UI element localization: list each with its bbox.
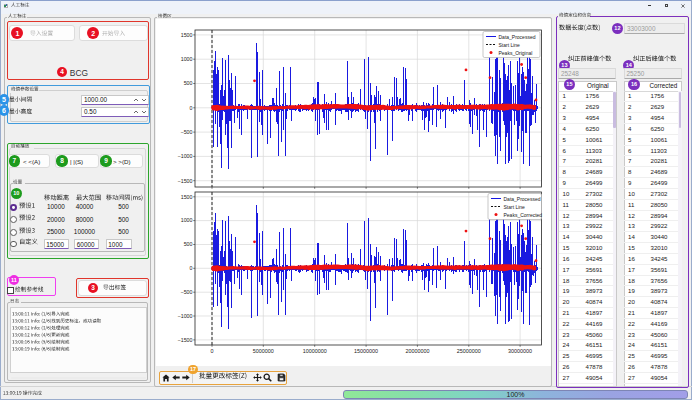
svg-text:0: 0 [190,105,193,111]
svg-text:25000000: 25000000 [457,348,481,354]
svg-text:−1500: −1500 [178,337,193,343]
svg-text:1000: 1000 [181,56,193,62]
svg-text:Start Line: Start Line [499,42,521,48]
svg-text:15000000: 15000000 [354,348,378,354]
svg-text:Peaks_Corrected: Peaks_Corrected [504,212,543,218]
svg-text:−500: −500 [181,289,193,295]
svg-text:−500: −500 [181,129,193,135]
svg-text:0: 0 [211,348,214,354]
svg-text:Peaks_Original: Peaks_Original [499,50,533,56]
svg-text:500: 500 [184,80,193,86]
svg-text:1500: 1500 [181,194,193,200]
svg-text:Data_Processed: Data_Processed [499,34,536,40]
svg-text:−1000: −1000 [178,313,193,319]
svg-text:1000: 1000 [181,217,193,223]
svg-text:1500: 1500 [181,32,193,38]
svg-text:0: 0 [190,265,193,271]
svg-text:5000000: 5000000 [253,348,274,354]
svg-text:Start Line: Start Line [504,204,526,210]
svg-text:20000000: 20000000 [405,348,429,354]
svg-text:−1500: −1500 [178,178,193,184]
svg-text:−1000: −1000 [178,153,193,159]
svg-text:10000000: 10000000 [303,348,327,354]
svg-text:500: 500 [184,241,193,247]
svg-text:30000000: 30000000 [508,348,532,354]
svg-text:Data_Processed: Data_Processed [504,196,541,202]
